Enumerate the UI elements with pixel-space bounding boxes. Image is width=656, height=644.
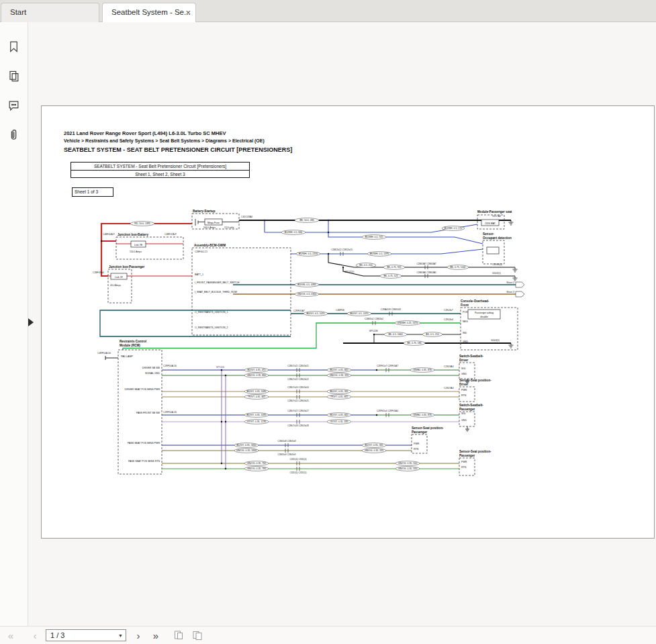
wire-label: BK, 0.5, 200 bbox=[359, 264, 372, 267]
wire-label: BU/GY, 0.35, 335 bbox=[330, 390, 348, 393]
amps-label: 500.0 Amps bbox=[203, 226, 216, 229]
connector-label: C2BF00J-21 bbox=[195, 250, 207, 253]
wire-label: BK, 0.75, 525 bbox=[383, 275, 397, 277]
component-label: Junction box-Passenger bbox=[109, 265, 145, 269]
connector-pair-label: C2B05x9 C2B05x9 bbox=[277, 453, 295, 456]
first-page-button[interactable]: « bbox=[3, 627, 19, 644]
pin-label: I_SEAT_BELT_BUCKLE_THIRD_ROW bbox=[195, 291, 238, 293]
component-sensor-seat-position-passenger-1: Sensor-Seat position- Passenger PWR RTN bbox=[412, 426, 444, 453]
wire-red-fused-feed bbox=[108, 244, 192, 276]
wire-label: BK, 0.75, 186 bbox=[407, 342, 421, 344]
last-page-button[interactable]: » bbox=[148, 627, 164, 644]
index-table-title: SEATBELT SYSTEM - Seat Belt Pretensioner… bbox=[71, 163, 249, 170]
wire-label: GY/VT, 0.35, 1235 bbox=[247, 420, 267, 423]
sidebar-comments-button[interactable] bbox=[0, 92, 28, 119]
component-label: Switch-Seatbelt- bbox=[459, 355, 483, 358]
connector-pair-label: C2RF05x7 C2RF05A7 bbox=[377, 365, 398, 367]
pages-icon bbox=[7, 70, 20, 83]
splice-label: SP1626 bbox=[216, 366, 224, 369]
wire-label: GN/OG, 0.35, 1840 bbox=[236, 449, 256, 452]
tab-start-label: Start bbox=[10, 8, 26, 16]
wire-label: GN/OG, 0.35, 335 bbox=[365, 449, 383, 452]
next-page-button[interactable]: › bbox=[130, 627, 146, 644]
wire-label: BK, 50.0, 486 bbox=[299, 219, 314, 222]
bookmark-icon bbox=[7, 40, 20, 53]
pin-label: PAD LAMP bbox=[121, 355, 134, 358]
junction-dot bbox=[101, 240, 102, 242]
component-rcm: Restraints Control Module (RCM) C4RF54A-… bbox=[97, 340, 177, 474]
component-label: Driver bbox=[459, 383, 468, 386]
sidebar-attachments-button[interactable] bbox=[0, 122, 28, 148]
junction-dot bbox=[342, 267, 344, 268]
component-label: Sensor-Seat position- bbox=[459, 379, 491, 382]
wire-label: YR/VT, 0.35, 665 bbox=[330, 396, 348, 398]
wire-label: GN/BU, 0.35, 876 bbox=[413, 414, 432, 416]
breadcrumb: Vehicle > Restraints and Safety Systems … bbox=[64, 138, 265, 143]
junction-dot bbox=[221, 463, 222, 464]
component-junction-box-passenger: Junction box-Passenger Link 1F 40.0 Amps… bbox=[93, 265, 145, 303]
wire-violet-splice-verticals bbox=[222, 370, 226, 469]
component-label: Passenger bbox=[459, 454, 475, 457]
junction-dot bbox=[373, 334, 375, 335]
junction-dot bbox=[376, 369, 377, 371]
pin-label: GND bbox=[463, 340, 468, 343]
sheet3-arrow-icon bbox=[516, 291, 524, 297]
wire-label: BU/WH, 0.5, 666 bbox=[285, 231, 302, 234]
wire-label: BU/GY, 0.35, 1085 bbox=[247, 390, 267, 393]
connector-label: C4BF07A-F bbox=[165, 233, 177, 236]
link-label: Link 1F bbox=[115, 276, 124, 279]
connector-label: C2RF05A7 bbox=[293, 310, 305, 312]
connector-pair-label: C2BU7x25 C2BU3x25 bbox=[287, 400, 309, 402]
component-sensor-seat-position-driver: Sensor-Seat position- Driver PWR RTN bbox=[459, 379, 491, 402]
connector-pair-label: C2M03A5 C3M03A5 bbox=[416, 271, 436, 274]
connector-label: C4RF54A-56 bbox=[97, 352, 111, 355]
page-number-combobox[interactable]: 1 / 3 ▼ bbox=[46, 629, 126, 641]
splice-label: SP127(2) bbox=[344, 271, 354, 273]
ground-icon bbox=[509, 343, 514, 348]
pin-label: O_RESTRAINTS_IGNITION_2 bbox=[195, 326, 228, 329]
occupant-inner-box bbox=[487, 247, 499, 254]
connector-pair-label: C2RF05x4 C2RF05A4 bbox=[377, 410, 398, 412]
wire-label: GN/OG, 0.35, 500 bbox=[398, 467, 417, 470]
wire-navy-bugy bbox=[162, 370, 412, 445]
component-label: Switch-Seatbelt- bbox=[459, 404, 483, 407]
connector-pair-label: C2BU7x21 C2BU3x21 bbox=[287, 365, 309, 367]
inner-label: Passenger airbag bbox=[475, 312, 494, 314]
connector-label: C4BF00A-F bbox=[103, 233, 115, 236]
connector-pair-label: C2BU7x28 C2BU3x28 bbox=[287, 424, 309, 427]
pin-label: IND bbox=[463, 332, 467, 334]
connector-label: C2K03x4 bbox=[444, 318, 453, 321]
pin-label: I_FRONT_PASSENGER_BELT_SWITCH bbox=[195, 281, 240, 284]
facing-page-view-button[interactable] bbox=[192, 630, 203, 641]
sidebar-bookmarks-button[interactable] bbox=[0, 33, 28, 60]
wire-label: RD, 50.0, 1395 bbox=[134, 222, 150, 225]
index-table-sheets[interactable]: Sheet 1, Sheet 2, Sheet 3 bbox=[71, 170, 249, 177]
connector-pair-label: C2BU7x24 C2BU3x24 bbox=[287, 386, 309, 389]
wire-label: GN/BU, 0.35, 876 bbox=[413, 369, 432, 371]
wires bbox=[100, 219, 516, 469]
connector-pair-label: C2M05x2 C2M03x2 bbox=[365, 318, 383, 320]
tab-start[interactable]: Start bbox=[1, 3, 99, 22]
sidebar-expand-handle[interactable] bbox=[28, 318, 34, 326]
ground-icon bbox=[513, 276, 518, 281]
connector-pair-label: C2BU7x27 C2BU3x27 bbox=[287, 410, 309, 412]
previous-page-button[interactable]: ‹ bbox=[27, 627, 43, 644]
component-switch-seatbelt-driver: Switch-Seatbelt- Driver SIG GND bbox=[459, 355, 483, 379]
tab-close-icon[interactable]: × bbox=[185, 3, 191, 21]
sheet-ref-label: Sheet 2 bbox=[506, 281, 514, 284]
sidebar-pages-button[interactable] bbox=[0, 62, 28, 89]
wire-label: BK, 0.75, 1000 bbox=[450, 266, 465, 269]
single-page-view-button[interactable] bbox=[173, 630, 184, 641]
single-page-view-icon bbox=[173, 630, 184, 641]
component-sensor-occupant-detection: Sensor- Occupant detection bbox=[483, 232, 512, 264]
wire-label: BU/GY, 0.35, 660 bbox=[330, 414, 348, 416]
tab-seatbelt-system[interactable]: Seatbelt System - Se... × bbox=[102, 3, 196, 22]
pin-label: SIG bbox=[461, 412, 465, 415]
connector-pair-label: C2M13x12 C2M13x13 bbox=[331, 248, 353, 251]
pdf-viewer-window: Start Seatbelt System - Se... × 2021 Lan… bbox=[0, 0, 656, 644]
wire-label: BU/GY, 0.35, 335 bbox=[365, 444, 383, 447]
component-label: Driver bbox=[459, 359, 468, 362]
connector-label: GD03(5) bbox=[491, 339, 500, 342]
volts-label: 12.0 volts bbox=[224, 226, 234, 229]
component-label: Occupant detection bbox=[483, 236, 512, 240]
